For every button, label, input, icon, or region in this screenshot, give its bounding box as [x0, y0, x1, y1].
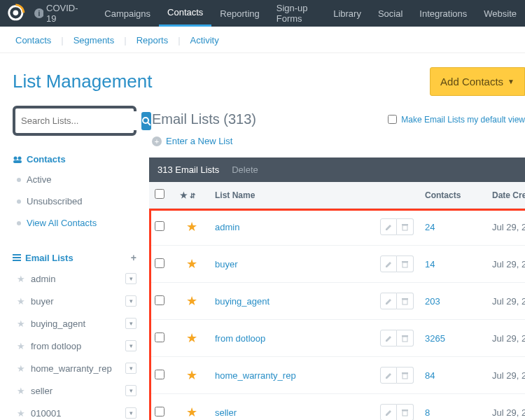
- select-all-checkbox[interactable]: [155, 189, 164, 199]
- table-row: ★buyer14Jul 29, 2020: [149, 246, 525, 283]
- chevron-down-icon[interactable]: ▾: [125, 295, 136, 307]
- date-created: Jul 29, 2020: [486, 320, 525, 357]
- table-toolbar: 313 Email Lists Delete: [149, 158, 525, 182]
- nav-social[interactable]: Social: [370, 0, 411, 27]
- default-view-checkbox[interactable]: [388, 115, 397, 124]
- col-date[interactable]: Date Created: [486, 182, 525, 209]
- add-list-icon[interactable]: +: [131, 252, 136, 263]
- pencil-icon: [385, 298, 393, 305]
- svg-rect-16: [402, 300, 407, 304]
- list-name-link[interactable]: from dotloop: [215, 333, 265, 344]
- row-checkbox[interactable]: [155, 295, 164, 305]
- nav-contacts[interactable]: Contacts: [159, 0, 211, 27]
- enter-new-list-link[interactable]: + Enter a New List: [149, 134, 525, 158]
- nav-library[interactable]: Library: [325, 0, 370, 27]
- row-checkbox[interactable]: [155, 258, 164, 268]
- edit-button[interactable]: [380, 404, 397, 420]
- sidebar-item-unsubscribed[interactable]: Unsubscribed: [13, 190, 136, 212]
- subnav-segments[interactable]: Segments: [71, 35, 118, 46]
- subnav-contacts[interactable]: Contacts: [13, 35, 54, 46]
- sidebar-list-buying_agent[interactable]: ★buying_agent▾: [13, 312, 136, 335]
- svg-rect-22: [402, 411, 407, 416]
- sidebar-list-from-dotloop[interactable]: ★from dotloop▾: [13, 335, 136, 357]
- contacts-count-link[interactable]: 24: [425, 222, 435, 232]
- star-icon[interactable]: ★: [174, 209, 209, 246]
- sidebar-item-active[interactable]: Active: [13, 169, 136, 190]
- nav-campaigns[interactable]: Campaigns: [96, 0, 159, 27]
- chevron-down-icon[interactable]: ▾: [125, 407, 136, 419]
- table-row: ★from dotloop3265Jul 29, 2020: [149, 320, 525, 357]
- star-icon[interactable]: ★: [174, 320, 209, 357]
- subnav-activity[interactable]: Activity: [188, 35, 222, 46]
- delete-button[interactable]: [397, 367, 414, 384]
- nav-integrations[interactable]: Integrations: [411, 0, 475, 27]
- list-name-link[interactable]: buying_agent: [215, 296, 270, 307]
- edit-button[interactable]: [380, 218, 397, 235]
- trash-icon: [401, 260, 409, 268]
- sidebar-item-view-all-contacts[interactable]: View All Contacts: [13, 212, 136, 234]
- star-icon[interactable]: ★: [174, 246, 209, 283]
- star-icon[interactable]: ★: [174, 357, 209, 394]
- svg-rect-19: [402, 335, 408, 337]
- nav-website[interactable]: Website: [475, 0, 525, 27]
- row-checkbox[interactable]: [155, 221, 164, 231]
- chevron-down-icon[interactable]: ▾: [125, 363, 136, 374]
- table-count: 313 Email Lists: [158, 164, 219, 175]
- chevron-down-icon[interactable]: ▾: [125, 318, 136, 329]
- edit-button[interactable]: [380, 330, 397, 346]
- chevron-down-icon[interactable]: ▾: [125, 273, 136, 284]
- row-checkbox[interactable]: [155, 370, 164, 379]
- contacts-count-link[interactable]: 84: [425, 370, 435, 381]
- subnav-reports[interactable]: Reports: [134, 35, 172, 46]
- row-checkbox[interactable]: [155, 407, 164, 416]
- edit-button[interactable]: [380, 367, 397, 384]
- edit-button[interactable]: [380, 255, 397, 272]
- sidebar-list-buyer[interactable]: ★buyer▾: [13, 290, 136, 312]
- delete-button[interactable]: [397, 404, 414, 420]
- sidebar-contacts-label: Contacts: [27, 154, 66, 164]
- default-view-toggle[interactable]: Make Email Lists my default view: [388, 115, 525, 125]
- contacts-count-link[interactable]: 14: [425, 259, 435, 270]
- add-contacts-button[interactable]: Add Contacts ▼: [430, 67, 525, 96]
- delete-button[interactable]: [397, 330, 414, 346]
- list-name-link[interactable]: home_warranty_rep: [215, 370, 296, 381]
- list-name-link[interactable]: buyer: [215, 259, 238, 270]
- nav-reporting[interactable]: Reporting: [211, 0, 267, 27]
- chevron-down-icon[interactable]: ▾: [125, 340, 136, 351]
- trash-icon: [401, 223, 409, 231]
- contacts-count-link[interactable]: 8: [425, 407, 430, 418]
- sidebar-emaillists-header[interactable]: Email Lists +: [13, 248, 136, 267]
- sidebar-list-seller[interactable]: ★seller▾: [13, 379, 136, 402]
- delete-button[interactable]: Delete: [232, 164, 258, 175]
- col-star[interactable]: ★ ⇵: [174, 182, 209, 209]
- sidebar-list-010001[interactable]: ★010001▾: [13, 402, 136, 420]
- col-contacts[interactable]: Contacts: [419, 182, 486, 209]
- col-name[interactable]: List Name: [209, 182, 419, 209]
- svg-point-1: [13, 10, 19, 16]
- email-lists-table: ★ ⇵ List Name Contacts Date Created ★adm…: [149, 182, 525, 420]
- delete-button[interactable]: [397, 255, 414, 272]
- sidebar-list-home_warranty_rep[interactable]: ★home_warranty_rep▾: [13, 357, 136, 379]
- list-name-link[interactable]: seller: [215, 407, 237, 418]
- contacts-count-link[interactable]: 3265: [425, 333, 445, 344]
- sidebar-contacts-header[interactable]: Contacts: [13, 150, 136, 169]
- bullet-icon: [17, 200, 21, 204]
- delete-button[interactable]: [397, 218, 414, 235]
- date-created: Jul 29, 2020: [486, 209, 525, 246]
- contacts-count-link[interactable]: 203: [425, 296, 440, 307]
- delete-button[interactable]: [397, 293, 414, 309]
- star-icon[interactable]: ★: [174, 283, 209, 320]
- covid-link[interactable]: i COVID-19: [34, 3, 87, 24]
- sidebar: Contacts ActiveUnsubscribedView All Cont…: [0, 106, 136, 420]
- sidebar-list-admin[interactable]: ★admin▾: [13, 267, 136, 290]
- nav-sign-up-forms[interactable]: Sign-up Forms: [268, 0, 325, 27]
- pencil-icon: [385, 260, 393, 268]
- star-icon[interactable]: ★: [174, 394, 209, 421]
- list-name-link[interactable]: admin: [215, 222, 239, 232]
- row-checkbox[interactable]: [155, 332, 164, 342]
- edit-button[interactable]: [380, 293, 397, 309]
- search-lists-input[interactable]: [18, 111, 141, 130]
- trash-icon: [401, 335, 409, 342]
- panel-title: Email Lists (313): [152, 111, 256, 127]
- chevron-down-icon[interactable]: ▾: [125, 385, 136, 396]
